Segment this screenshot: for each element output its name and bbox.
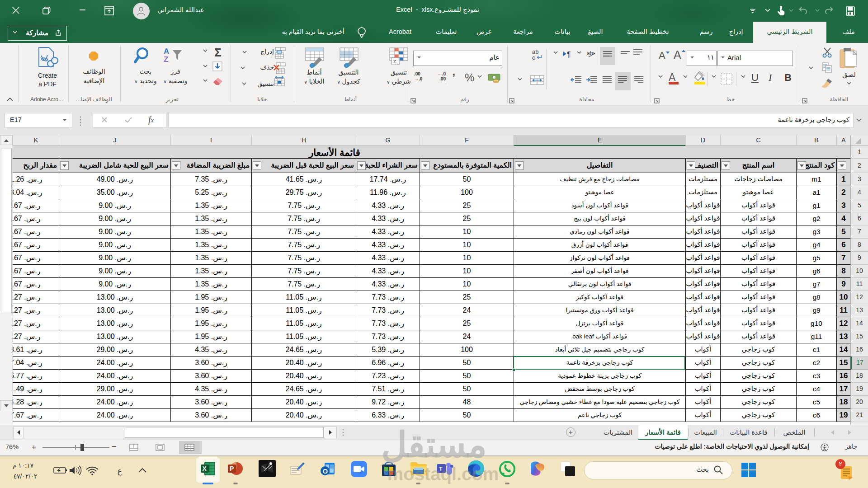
svg-text:O: O (323, 467, 328, 475)
svg-text:≠: ≠ (393, 58, 396, 65)
svg-text:ab: ab (587, 50, 593, 56)
svg-text:A: A (659, 50, 665, 61)
svg-text:Z: Z (164, 55, 168, 64)
svg-text:A: A (164, 47, 169, 56)
svg-text:X: X (203, 465, 207, 472)
svg-text:P: P (230, 465, 234, 472)
svg-text:¶: ¶ (567, 51, 571, 58)
svg-text:A: A (669, 71, 676, 83)
svg-text:c: c (532, 54, 535, 61)
svg-text:A: A (674, 48, 681, 61)
